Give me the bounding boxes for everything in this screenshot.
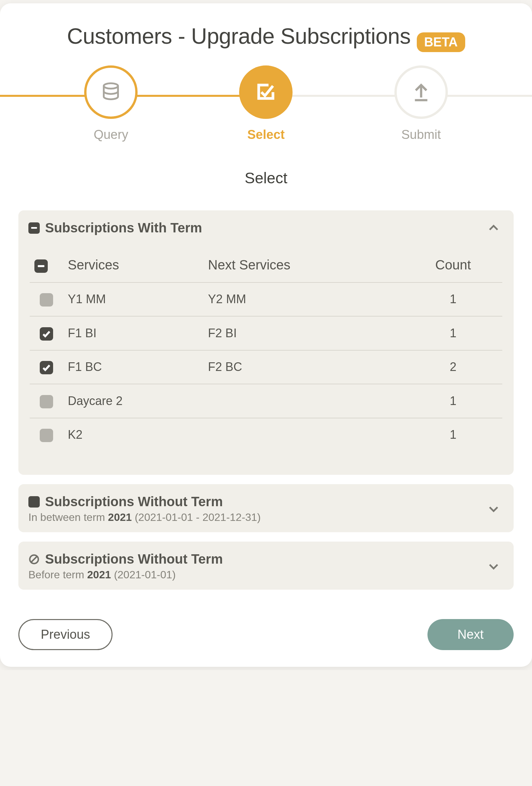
stepper-steps: QuerySelectSubmit	[0, 66, 532, 142]
chevron-down-icon	[487, 560, 500, 573]
cell-services: F1 BI	[63, 316, 203, 350]
section-title: Select	[0, 169, 532, 187]
cell-next-services: F2 BC	[203, 350, 404, 384]
cell-next-services: Y2 MM	[203, 282, 404, 316]
page-title: Customers - Upgrade Subscriptions	[67, 23, 411, 49]
cell-next-services	[203, 384, 404, 418]
footer: Previous Next	[0, 599, 532, 650]
row-checkbox[interactable]	[40, 361, 53, 374]
cell-services: Y1 MM	[63, 282, 203, 316]
cell-services: F1 BC	[63, 350, 203, 384]
table-header-row: Services Next Services Count	[30, 244, 502, 282]
panels: Subscriptions With Term Services	[0, 210, 532, 590]
row-checkbox[interactable]	[40, 327, 53, 341]
panel-without-term-before-header[interactable]: Subscriptions Without Term Before term 2…	[18, 541, 514, 590]
panel-without-term-in-between-header[interactable]: Subscriptions Without Term In between te…	[18, 484, 514, 532]
step-select[interactable]: Select	[232, 66, 299, 142]
square-filled-icon	[28, 496, 40, 508]
chevron-down-icon	[487, 502, 500, 515]
panel-with-term-title: Subscriptions With Term	[45, 221, 202, 235]
cell-services: Daycare 2	[63, 384, 203, 418]
check-square-icon	[239, 66, 293, 119]
cell-count: 1	[404, 384, 502, 418]
page-title-row: Customers - Upgrade Subscriptions BETA	[0, 3, 532, 66]
step-label: Query	[93, 128, 128, 142]
subscriptions-table: Services Next Services Count Y1 MMY2 MM1…	[30, 244, 502, 452]
cell-count: 1	[404, 418, 502, 452]
table-row: Daycare 21	[30, 384, 502, 418]
chevron-up-icon	[487, 222, 500, 235]
table-select-all-checkbox[interactable]	[34, 259, 48, 273]
cell-next-services	[203, 418, 404, 452]
panel-without-term-in-between-title: Subscriptions Without Term	[45, 494, 223, 509]
step-query[interactable]: Query	[77, 66, 144, 142]
page-card: Customers - Upgrade Subscriptions BETA Q…	[0, 3, 532, 667]
table-row: K21	[30, 418, 502, 452]
table-row: F1 BCF2 BC2	[30, 350, 502, 384]
cell-services: K2	[63, 418, 203, 452]
cell-count: 1	[404, 282, 502, 316]
panel-with-term: Subscriptions With Term Services	[18, 210, 514, 475]
step-label: Submit	[401, 128, 441, 142]
panel-without-term-in-between: Subscriptions Without Term In between te…	[18, 484, 514, 532]
cancel-circle-icon	[28, 554, 40, 565]
col-next-services: Next Services	[203, 244, 404, 282]
cell-next-services: F2 BI	[203, 316, 404, 350]
row-checkbox[interactable]	[40, 395, 53, 408]
beta-badge: BETA	[417, 32, 465, 52]
col-services: Services	[63, 244, 203, 282]
cell-count: 2	[404, 350, 502, 384]
panel-with-term-header[interactable]: Subscriptions With Term	[18, 210, 514, 244]
panel-with-term-body: Services Next Services Count Y1 MMY2 MM1…	[18, 244, 514, 475]
table-row: F1 BIF2 BI1	[30, 316, 502, 350]
panel-without-term-before-title: Subscriptions Without Term	[45, 552, 223, 567]
next-button[interactable]: Next	[427, 619, 514, 650]
database-icon	[84, 66, 138, 119]
col-count: Count	[404, 244, 502, 282]
step-label: Select	[248, 128, 285, 142]
minus-square-icon	[28, 223, 40, 234]
cell-count: 1	[404, 316, 502, 350]
panel-without-term-before-subtitle: Before term 2021 (2021-01-01)	[28, 569, 487, 581]
stepper: QuerySelectSubmit	[0, 66, 532, 139]
table-row: Y1 MMY2 MM1	[30, 282, 502, 316]
upload-icon	[394, 66, 448, 119]
panel-without-term-in-between-subtitle: In between term 2021 (2021-01-01 - 2021-…	[28, 511, 487, 524]
previous-button[interactable]: Previous	[18, 619, 113, 650]
step-submit[interactable]: Submit	[388, 66, 455, 142]
svg-line-4	[31, 556, 37, 562]
row-checkbox[interactable]	[40, 429, 53, 442]
row-checkbox[interactable]	[40, 293, 53, 306]
panel-without-term-before: Subscriptions Without Term Before term 2…	[18, 541, 514, 590]
svg-point-0	[104, 84, 118, 89]
